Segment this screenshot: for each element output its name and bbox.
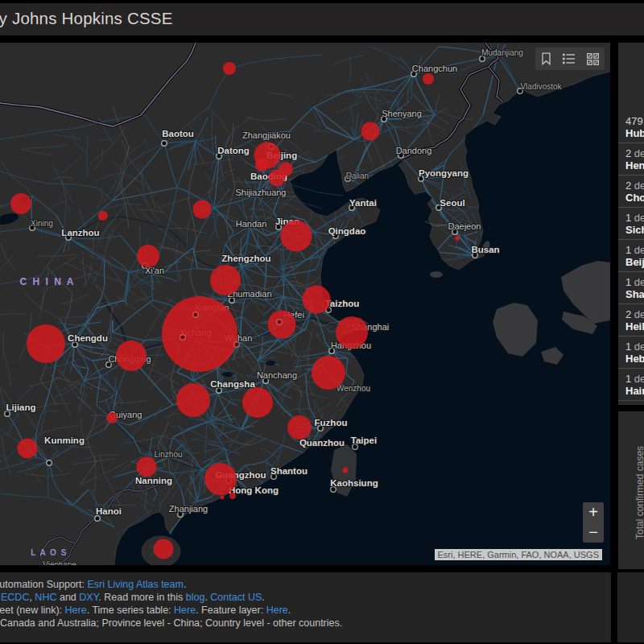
svg-text:Kaohsiung: Kaohsiung: [330, 478, 378, 488]
svg-text:Shantou: Shantou: [270, 466, 308, 476]
svg-text:Qingdao: Qingdao: [328, 226, 366, 236]
svg-text:Changsha: Changsha: [210, 379, 255, 389]
svg-text:Nanning: Nanning: [135, 476, 172, 485]
svg-text:Baotou: Baotou: [162, 129, 194, 138]
svg-text:Yantai: Yantai: [349, 198, 377, 208]
svg-text:Vientiane: Vientiane: [43, 560, 76, 565]
svg-text:Daejeon: Daejeon: [448, 221, 481, 231]
svg-text:Nanchang: Nanchang: [257, 370, 297, 380]
svg-text:Vladivostok: Vladivostok: [520, 82, 562, 91]
svg-text:Datong: Datong: [217, 146, 250, 155]
svg-text:Dalian: Dalian: [346, 171, 369, 180]
svg-text:Hanoi: Hanoi: [96, 506, 122, 516]
svg-text:Zhangjiakou: Zhangjiakou: [242, 130, 291, 140]
svg-text:Lijiang: Lijiang: [6, 402, 35, 412]
svg-text:Busan: Busan: [471, 245, 499, 254]
svg-text:Taipei: Taipei: [351, 436, 377, 445]
svg-text:C H I N A: C H I N A: [20, 276, 76, 287]
svg-text:Dandong: Dandong: [396, 146, 432, 155]
svg-text:Chengdu: Chengdu: [68, 333, 108, 343]
svg-text:Wenzhou: Wenzhou: [336, 384, 370, 393]
svg-text:Fuzhou: Fuzhou: [315, 418, 348, 427]
svg-text:Zhanjiang: Zhanjiang: [169, 504, 208, 514]
svg-text:Shenyang: Shenyang: [382, 109, 422, 118]
svg-text:L A O S: L A O S: [31, 548, 68, 557]
svg-text:Xining: Xining: [31, 219, 53, 228]
svg-text:Changchun: Changchun: [412, 64, 457, 73]
svg-text:Mudanjiang: Mudanjiang: [481, 48, 523, 57]
svg-text:Linzhou: Linzhou: [154, 450, 182, 459]
svg-text:Shijiazhuang: Shijiazhuang: [236, 188, 287, 197]
svg-text:Kunming: Kunming: [44, 436, 85, 445]
svg-text:Pyongyang: Pyongyang: [419, 168, 469, 178]
svg-text:Handan: Handan: [236, 219, 267, 229]
svg-text:Seoul: Seoul: [440, 198, 464, 208]
svg-text:Lanzhou: Lanzhou: [61, 228, 99, 237]
svg-text:Quanzhou: Quanzhou: [299, 438, 345, 448]
svg-text:Hong Kong: Hong Kong: [229, 485, 279, 495]
svg-text:Zhengzhou: Zhengzhou: [221, 254, 270, 263]
